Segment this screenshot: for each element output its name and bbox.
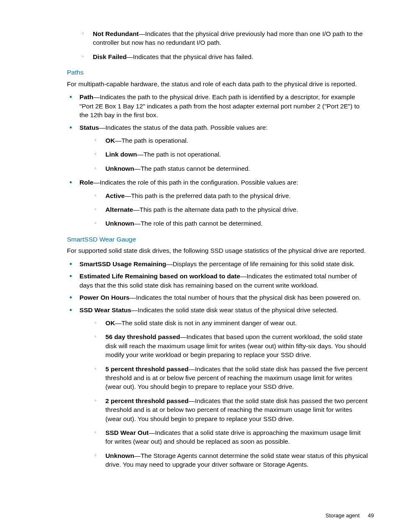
term: Not Redundant: [93, 30, 139, 37]
smartssd-list: SmartSSD Usage Remaining—Displays the pe…: [67, 260, 370, 469]
term: 56 day threshold passed: [105, 333, 180, 340]
desc: —The role of this path cannot be determi…: [134, 220, 263, 227]
desc: —The path status cannot be determined.: [134, 165, 250, 172]
list-item: Link down—The path is not operational.: [79, 150, 370, 159]
list-item: Unknown—The Storage Agents cannot determ…: [79, 451, 370, 469]
desc: —This path is the alternate data path to…: [133, 206, 298, 213]
term: Unknown: [105, 220, 134, 227]
page-number: 49: [368, 512, 374, 519]
list-item: OK—The solid state disk is not in any im…: [79, 319, 370, 327]
top-sublist: Not Redundant—Indicates that the physica…: [67, 29, 370, 61]
paths-intro: For multipath-capable hardware, the stat…: [67, 80, 370, 88]
term: Status: [79, 124, 99, 131]
smartssd-intro: For supported solid state disk drives, t…: [67, 246, 370, 255]
term: Link down: [105, 151, 137, 158]
list-item: Path—Indicates the path to the physical …: [67, 93, 370, 119]
desc: —The Storage Agents cannot determine the…: [105, 452, 368, 468]
desc: —Indicates the status of the data path. …: [99, 124, 268, 131]
list-item: SSD Wear Out—Indicates that a solid stat…: [79, 428, 370, 446]
list-item: Active—This path is the preferred data p…: [79, 191, 370, 200]
term: Alternate: [105, 206, 133, 213]
desc: —Indicates the total number of hours tha…: [130, 294, 361, 301]
desc: —Displays the percentage of life remaini…: [166, 260, 355, 267]
paths-list: Path—Indicates the path to the physical …: [67, 93, 370, 228]
term: Role: [79, 179, 93, 186]
list-item: Not Redundant—Indicates that the physica…: [67, 29, 370, 47]
list-item: Alternate—This path is the alternate dat…: [79, 205, 370, 214]
desc: —Indicates the solid state disk wear sta…: [131, 306, 338, 314]
list-item: OK—The path is operational.: [79, 136, 370, 145]
footer-label: Storage agent: [325, 512, 360, 519]
desc: —This path is the preferred data path to…: [125, 192, 291, 199]
term: Path: [79, 93, 93, 100]
list-item: 5 percent threshold passed—Indicates tha…: [79, 365, 370, 391]
term: Unknown: [105, 452, 134, 459]
list-item: Role—Indicates the role of this path in …: [67, 178, 370, 228]
list-item: SSD Wear Status—Indicates the solid stat…: [67, 306, 370, 469]
list-item: Unknown—The path status cannot be determ…: [79, 164, 370, 173]
list-item: Estimated Life Remaining based on worklo…: [67, 272, 370, 290]
list-item: Unknown—The role of this path cannot be …: [79, 219, 370, 228]
term: 5 percent threshold passed: [105, 365, 189, 373]
wear-sublist: OK—The solid state disk is not in any im…: [79, 319, 370, 469]
term: Power On Hours: [79, 294, 130, 301]
term: Estimated Life Remaining based on worklo…: [79, 272, 240, 280]
term: 2 percent threshold passed: [105, 397, 189, 404]
desc: —Indicates the path to the physical driv…: [79, 93, 360, 118]
desc: —Indicates the role of this path in the …: [93, 179, 298, 186]
heading-paths: Paths: [67, 68, 370, 77]
term: SmartSSD Usage Remaining: [79, 260, 166, 267]
list-item: 56 day threshold passed—Indicates that b…: [79, 332, 370, 359]
term: OK: [105, 319, 115, 326]
desc: —The path is not operational.: [137, 151, 221, 158]
term: SSD Wear Status: [79, 306, 131, 314]
heading-smartssd: SmartSSD Wear Gauge: [67, 235, 370, 244]
term: Active: [105, 192, 125, 199]
list-item: SmartSSD Usage Remaining—Displays the pe…: [67, 260, 370, 268]
term: Disk Failed: [93, 53, 127, 60]
desc: —The solid state disk is not in any immi…: [115, 319, 297, 326]
status-sublist: OK—The path is operational. Link down—Th…: [79, 136, 370, 173]
desc: —The path is operational.: [115, 137, 188, 144]
term: Unknown: [105, 165, 134, 172]
page-footer: Storage agent 49: [325, 512, 374, 519]
desc: —Indicates that the physical drive has f…: [127, 53, 253, 60]
list-item: Disk Failed—Indicates that the physical …: [67, 52, 370, 61]
list-item: 2 percent threshold passed—Indicates tha…: [79, 396, 370, 423]
role-sublist: Active—This path is the preferred data p…: [79, 191, 370, 228]
term: OK: [105, 137, 115, 144]
list-item: Status—Indicates the status of the data …: [67, 123, 370, 173]
list-item: Power On Hours—Indicates the total numbe…: [67, 293, 370, 302]
term: SSD Wear Out: [105, 429, 148, 436]
